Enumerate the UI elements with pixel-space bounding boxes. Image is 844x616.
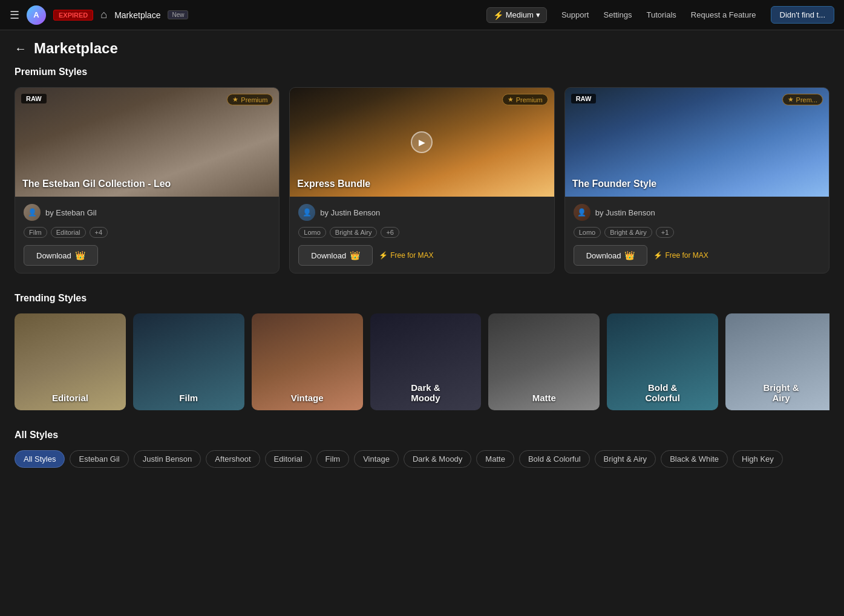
filter-tab-matte[interactable]: Matte: [476, 450, 514, 468]
tutorials-link[interactable]: Tutorials: [646, 10, 676, 19]
download-button-2[interactable]: Download 👑: [298, 245, 373, 266]
trending-card-vintage[interactable]: Vintage: [252, 313, 363, 410]
download-label-3: Download: [586, 251, 621, 260]
settings-link[interactable]: Settings: [603, 10, 632, 19]
tag-bright-2[interactable]: Bright & Airy: [330, 227, 378, 238]
filter-tab-black---white[interactable]: Black & White: [661, 450, 728, 468]
trending-card-bold-colorful[interactable]: Bold &Colorful: [607, 313, 718, 410]
tag-editorial-1[interactable]: Editorial: [51, 227, 86, 238]
tag-more-1[interactable]: +4: [90, 227, 108, 238]
card-image-1: RAW ★ Premium The Esteban Gil Collection…: [15, 88, 279, 197]
filter-tab-film[interactable]: Film: [316, 450, 350, 468]
trending-grid: Editorial Film Vintage Dark &Moody Matte…: [15, 313, 829, 410]
medium-label: Medium: [506, 10, 534, 19]
trending-label-film: Film: [133, 393, 244, 403]
download-label-1: Download: [36, 251, 71, 260]
card-title-2: Express Bundle: [297, 179, 370, 189]
author-name-1: by Esteban Gil: [45, 208, 97, 217]
author-avatar-2: 👤: [298, 204, 315, 221]
support-link[interactable]: Support: [561, 10, 589, 19]
card-tags-1: Film Editorial +4: [24, 227, 270, 238]
filter-tab-justin-benson[interactable]: Justin Benson: [134, 450, 201, 468]
card-title-1: The Esteban Gil Collection - Leo: [22, 179, 171, 189]
tag-lomo-3[interactable]: Lomo: [574, 227, 601, 238]
hamburger-icon[interactable]: ☰: [10, 8, 19, 22]
filter-tab-all-styles[interactable]: All Styles: [15, 450, 65, 468]
trending-card-bright-airy[interactable]: Bright &Airy: [725, 313, 829, 410]
back-arrow-icon[interactable]: ←: [15, 42, 27, 56]
raw-badge-1: RAW: [21, 94, 47, 103]
subheader: ← Marketplace: [0, 30, 844, 67]
author-name-3: by Justin Benson: [595, 208, 655, 217]
free-max-label-3: Free for MAX: [665, 251, 708, 260]
logo-icon: A: [27, 5, 46, 25]
trending-card-editorial[interactable]: Editorial: [15, 313, 126, 410]
trending-styles-title: Trending Styles: [15, 293, 829, 304]
free-max-label-2: Free for MAX: [390, 251, 433, 260]
all-styles-section: All Styles All StylesEsteban GilJustin B…: [0, 430, 844, 468]
new-badge: New: [168, 10, 188, 19]
tag-film-1[interactable]: Film: [24, 227, 47, 238]
free-max-badge-3: ⚡ Free for MAX: [653, 251, 708, 260]
premium-pill-1: ★ Premium: [227, 94, 273, 105]
premium-styles-section: Premium Styles RAW ★ Premium The Esteban…: [0, 67, 844, 293]
crown-icon-1: 👑: [75, 251, 85, 260]
premium-pill-2: ★ Premium: [502, 94, 548, 105]
home-icon[interactable]: ⌂: [100, 8, 107, 21]
trending-card-matte[interactable]: Matte: [488, 313, 600, 410]
filter-tab-vintage[interactable]: Vintage: [354, 450, 399, 468]
card-author-2: 👤 by Justin Benson: [298, 204, 545, 221]
marketplace-nav-label: Marketplace: [114, 10, 160, 20]
trending-label-matte: Matte: [488, 393, 600, 403]
card-actions-2: Download 👑 ⚡ Free for MAX: [298, 245, 545, 266]
premium-pill-3: ★ Prem...: [782, 94, 823, 105]
trending-label-bright-airy: Bright &Airy: [725, 382, 829, 403]
card-actions-1: Download 👑: [24, 245, 270, 266]
card-author-3: 👤 by Justin Benson: [574, 204, 820, 221]
expired-badge: EXPIRED: [53, 10, 93, 21]
filter-tab-esteban-gil[interactable]: Esteban Gil: [70, 450, 128, 468]
premium-card-3: RAW ★ Prem... The Founder Style 👤 by Jus…: [564, 87, 829, 274]
premium-styles-title: Premium Styles: [15, 67, 829, 77]
card-body-3: 👤 by Justin Benson Lomo Bright & Airy +1…: [565, 197, 829, 273]
trending-label-vintage: Vintage: [252, 393, 363, 403]
tag-more-3[interactable]: +1: [656, 227, 675, 238]
request-feature-link[interactable]: Request a Feature: [691, 10, 756, 19]
card-author-1: 👤 by Esteban Gil: [24, 204, 270, 221]
trending-label-dark-moody: Dark &Moody: [370, 382, 482, 403]
crown-icon-3: 👑: [624, 251, 635, 260]
filter-tab-bright---airy[interactable]: Bright & Airy: [595, 450, 656, 468]
trending-card-film[interactable]: Film: [133, 313, 244, 410]
card-body-2: 👤 by Justin Benson Lomo Bright & Airy +6…: [290, 197, 554, 273]
filter-tab-aftershoot[interactable]: Aftershoot: [206, 450, 260, 468]
card-image-3: RAW ★ Prem... The Founder Style: [565, 88, 829, 197]
premium-cards-grid: RAW ★ Premium The Esteban Gil Collection…: [15, 87, 829, 274]
premium-card-1: RAW ★ Premium The Esteban Gil Collection…: [15, 87, 280, 274]
top-navigation: ☰ A EXPIRED ⌂ Marketplace New ⚡ Medium ▾…: [0, 0, 844, 30]
download-button-3[interactable]: Download 👑: [574, 245, 648, 266]
card-actions-3: Download 👑 ⚡ Free for MAX: [574, 245, 820, 266]
card-tags-3: Lomo Bright & Airy +1: [574, 227, 820, 238]
lightning-icon-3: ⚡: [653, 251, 662, 260]
trending-styles-section: Trending Styles Editorial Film Vintage D…: [0, 293, 844, 430]
filter-tab-dark---moody[interactable]: Dark & Moody: [404, 450, 471, 468]
filter-tab-bold---colorful[interactable]: Bold & Colorful: [519, 450, 590, 468]
filter-tab-high-key[interactable]: High Key: [733, 450, 783, 468]
medium-selector[interactable]: ⚡ Medium ▾: [486, 7, 547, 23]
filter-tabs: All StylesEsteban GilJustin BensonAfters…: [15, 450, 829, 468]
tag-more-2[interactable]: +6: [381, 227, 399, 238]
card-image-2: ▶ ★ Premium Express Bundle: [290, 88, 554, 197]
premium-card-2: ▶ ★ Premium Express Bundle 👤 by Justin B…: [289, 87, 554, 274]
lightning-icon: ⚡: [493, 10, 503, 20]
didnt-find-button[interactable]: Didn't find t...: [771, 6, 834, 24]
play-icon[interactable]: ▶: [411, 131, 433, 153]
trending-card-dark-moody[interactable]: Dark &Moody: [370, 313, 482, 410]
tag-bright-3[interactable]: Bright & Airy: [604, 227, 652, 238]
author-avatar-1: 👤: [24, 204, 41, 221]
lightning-icon-2: ⚡: [379, 251, 388, 260]
tag-lomo-2[interactable]: Lomo: [298, 227, 326, 238]
download-button-1[interactable]: Download 👑: [24, 245, 98, 266]
download-label-2: Download: [311, 251, 346, 260]
all-styles-title: All Styles: [15, 430, 829, 441]
filter-tab-editorial[interactable]: Editorial: [265, 450, 312, 468]
